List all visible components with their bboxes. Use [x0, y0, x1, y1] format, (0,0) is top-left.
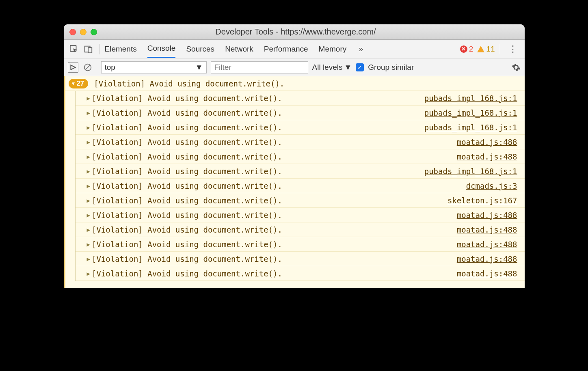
error-icon: ✕	[460, 45, 467, 53]
expand-caret-icon[interactable]: ▶	[87, 153, 90, 160]
log-message: [Violation] Avoid using document.write()…	[92, 225, 457, 234]
clear-console-icon[interactable]	[82, 62, 93, 73]
settings-menu-button[interactable]: ⋮	[505, 44, 521, 54]
log-row[interactable]: ▶[Violation] Avoid using document.write(…	[76, 252, 525, 266]
log-message: [Violation] Avoid using document.write()…	[92, 94, 424, 103]
more-tabs-button[interactable]: »	[357, 44, 365, 54]
log-row[interactable]: ▶[Violation] Avoid using document.write(…	[76, 237, 525, 252]
expand-caret-icon[interactable]: ▶	[87, 256, 90, 262]
group-count-badge: ▼ 27	[69, 79, 89, 88]
expand-caret-icon[interactable]: ▶	[87, 183, 90, 189]
log-source-link[interactable]: moatad.js:488	[457, 211, 525, 220]
status-badges: ✕ 2 11	[460, 45, 495, 54]
log-row[interactable]: ▶[Violation] Avoid using document.write(…	[76, 266, 525, 281]
warning-count: 11	[486, 45, 495, 54]
log-row[interactable]: ▶[Violation] Avoid using document.write(…	[76, 193, 525, 208]
log-row[interactable]: ▶[Violation] Avoid using document.write(…	[76, 164, 525, 179]
error-count-badge[interactable]: ✕ 2	[460, 45, 473, 54]
console-toolbar: top ▼ All levels ▼ ✓ Group similar	[64, 58, 525, 76]
chevron-down-icon: ▼	[195, 63, 203, 72]
log-source-link[interactable]: moatad.js:488	[457, 152, 525, 161]
divider	[500, 44, 500, 54]
group-similar-checkbox[interactable]: ✓	[356, 63, 364, 71]
log-group-header[interactable]: ▼ 27 [Violation] Avoid using document.wr…	[65, 76, 525, 91]
console-settings-icon[interactable]	[512, 63, 521, 72]
log-row[interactable]: ▶[Violation] Avoid using document.write(…	[76, 179, 525, 193]
log-rows: ▶[Violation] Avoid using document.write(…	[75, 91, 525, 281]
log-message: [Violation] Avoid using document.write()…	[92, 123, 424, 132]
log-message: [Violation] Avoid using document.write()…	[92, 152, 457, 161]
log-source-link[interactable]: pubads_impl_168.js:1	[424, 123, 525, 132]
panel-tabs: Elements Console Sources Network Perform…	[105, 40, 458, 58]
expand-caret-icon[interactable]: ▶	[87, 139, 90, 145]
filter-input[interactable]	[211, 61, 308, 73]
context-value: top	[105, 63, 115, 72]
chevron-down-icon: ▼	[344, 63, 352, 72]
log-row[interactable]: ▶[Violation] Avoid using document.write(…	[76, 106, 525, 120]
tab-console[interactable]: Console	[147, 40, 176, 58]
log-message: [Violation] Avoid using document.write()…	[92, 181, 466, 190]
log-source-link[interactable]: pubads_impl_168.js:1	[424, 108, 525, 117]
log-row[interactable]: ▶[Violation] Avoid using document.write(…	[76, 149, 525, 164]
expand-caret-icon[interactable]: ▶	[87, 270, 90, 277]
log-level-select[interactable]: All levels ▼	[312, 63, 352, 72]
error-count: 2	[469, 45, 473, 54]
device-toolbar-icon[interactable]	[82, 43, 95, 55]
divider	[99, 44, 100, 54]
log-message: [Violation] Avoid using document.write()…	[92, 138, 457, 147]
log-source-link[interactable]: moatad.js:488	[457, 255, 525, 263]
log-source-link[interactable]: moatad.js:488	[457, 138, 525, 147]
log-message: [Violation] Avoid using document.write()…	[92, 167, 424, 176]
log-row[interactable]: ▶[Violation] Avoid using document.write(…	[76, 222, 525, 237]
log-source-link[interactable]: skeleton.js:167	[447, 196, 525, 205]
group-count: 27	[76, 80, 84, 88]
inspect-element-icon[interactable]	[68, 43, 80, 55]
log-row[interactable]: ▶[Violation] Avoid using document.write(…	[76, 91, 525, 106]
log-source-link[interactable]: moatad.js:488	[457, 269, 525, 278]
expand-caret-icon[interactable]: ▶	[87, 197, 90, 204]
log-message: [Violation] Avoid using document.write()…	[92, 196, 447, 205]
expand-caret-icon[interactable]: ▶	[87, 95, 90, 101]
expand-caret-icon[interactable]: ▶	[87, 168, 90, 175]
log-row[interactable]: ▶[Violation] Avoid using document.write(…	[76, 208, 525, 222]
tab-elements[interactable]: Elements	[105, 40, 137, 58]
window-title: Developer Tools - https://www.theverge.c…	[73, 27, 519, 37]
log-message: [Violation] Avoid using document.write()…	[92, 255, 457, 263]
tab-network[interactable]: Network	[225, 40, 253, 58]
levels-label: All levels	[312, 63, 343, 72]
warning-count-badge[interactable]: 11	[477, 45, 495, 54]
group-message: [Violation] Avoid using document.write()…	[94, 79, 284, 88]
expand-caret-icon[interactable]: ▶	[87, 124, 90, 131]
expand-caret-icon[interactable]: ▶	[87, 212, 90, 218]
devtools-window: Developer Tools - https://www.theverge.c…	[64, 24, 525, 288]
execution-context-select[interactable]: top ▼	[101, 61, 207, 73]
chevron-down-icon: ▼	[71, 81, 76, 86]
expand-caret-icon[interactable]: ▶	[87, 241, 90, 248]
log-message: [Violation] Avoid using document.write()…	[92, 240, 457, 249]
tab-performance[interactable]: Performance	[264, 40, 308, 58]
log-message: [Violation] Avoid using document.write()…	[92, 269, 457, 278]
show-console-sidebar-icon[interactable]	[68, 62, 78, 73]
log-row[interactable]: ▶[Violation] Avoid using document.write(…	[76, 135, 525, 149]
tab-sources[interactable]: Sources	[186, 40, 214, 58]
svg-line-4	[85, 65, 90, 69]
log-source-link[interactable]: moatad.js:488	[457, 225, 525, 234]
log-source-link[interactable]: dcmads.js:3	[466, 181, 525, 190]
log-source-link[interactable]: moatad.js:488	[457, 240, 525, 249]
svg-rect-2	[88, 47, 92, 53]
log-row[interactable]: ▶[Violation] Avoid using document.write(…	[76, 120, 525, 135]
log-source-link[interactable]: pubads_impl_168.js:1	[424, 167, 525, 176]
expand-caret-icon[interactable]: ▶	[87, 226, 90, 233]
titlebar: Developer Tools - https://www.theverge.c…	[64, 24, 525, 40]
log-message: [Violation] Avoid using document.write()…	[92, 108, 424, 117]
expand-caret-icon[interactable]: ▶	[87, 110, 90, 116]
tab-memory[interactable]: Memory	[319, 40, 347, 58]
log-message: [Violation] Avoid using document.write()…	[92, 211, 457, 220]
tab-bar: Elements Console Sources Network Perform…	[64, 40, 525, 58]
group-similar-label: Group similar	[368, 63, 414, 72]
warning-icon	[477, 46, 484, 52]
log-source-link[interactable]: pubads_impl_168.js:1	[424, 94, 525, 103]
console-output: ▼ 27 [Violation] Avoid using document.wr…	[64, 76, 525, 288]
